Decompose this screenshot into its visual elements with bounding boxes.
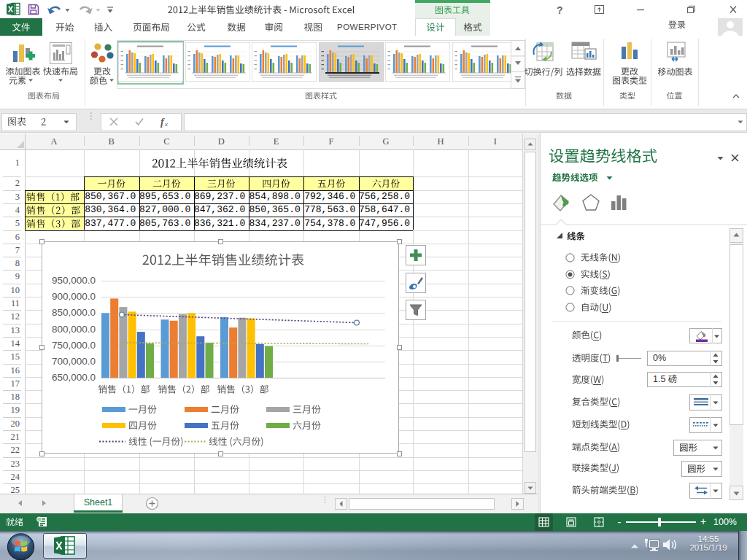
svg-text:?: ? xyxy=(557,4,563,16)
